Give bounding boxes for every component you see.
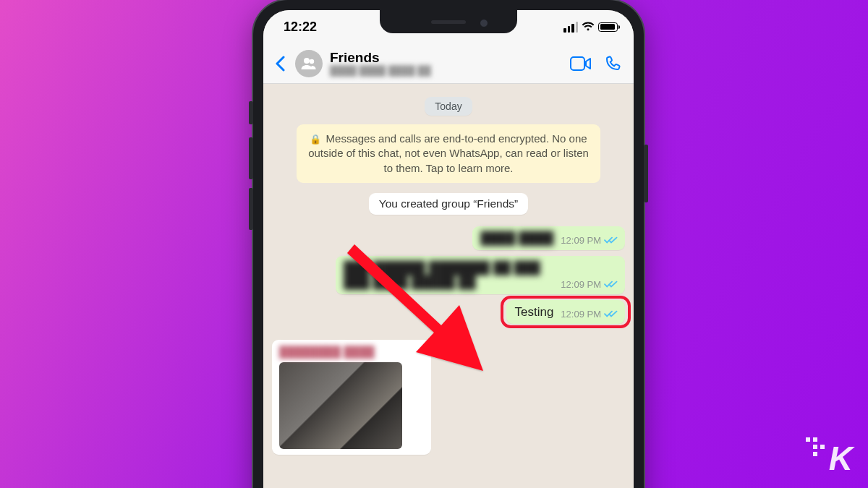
video-call-button[interactable] bbox=[569, 51, 593, 76]
svg-point-1 bbox=[310, 59, 314, 63]
message-bubble-highlighted[interactable]: Testing 12:09 PM bbox=[506, 300, 625, 324]
mute-switch bbox=[249, 101, 253, 124]
battery-icon bbox=[598, 22, 618, 32]
power-button bbox=[644, 145, 648, 202]
svg-rect-2 bbox=[571, 57, 584, 70]
read-receipt-icon bbox=[604, 236, 618, 244]
message-time: 12:09 PM bbox=[561, 309, 601, 320]
wifi-icon bbox=[582, 20, 595, 33]
volume-up-button bbox=[249, 137, 253, 179]
volume-down-button bbox=[249, 188, 253, 230]
chat-name: Friends bbox=[330, 50, 561, 66]
lock-icon: 🔒 bbox=[310, 134, 321, 145]
chat-title-block[interactable]: Friends ████ ████ ████ ██ bbox=[330, 50, 561, 77]
group-avatar-icon[interactable] bbox=[295, 50, 323, 77]
chat-subtitle: ████ ████ ████ ██ bbox=[330, 66, 561, 77]
message-time: 12:09 PM bbox=[561, 235, 601, 246]
annotation-arrow-icon bbox=[326, 239, 506, 398]
encryption-text: Messages and calls are end-to-end encryp… bbox=[308, 132, 589, 174]
date-label: Today bbox=[425, 97, 472, 116]
phone-notch bbox=[380, 10, 517, 33]
back-button[interactable] bbox=[272, 53, 288, 74]
status-time: 12:22 bbox=[284, 20, 317, 35]
status-indicators bbox=[563, 20, 618, 33]
message-text: Testing bbox=[514, 305, 553, 320]
encryption-notice[interactable]: 🔒 Messages and calls are end-to-end encr… bbox=[297, 124, 600, 183]
read-receipt-icon bbox=[604, 309, 618, 318]
system-message: You created group “Friends” bbox=[369, 193, 528, 215]
brand-watermark: K bbox=[829, 439, 852, 478]
voice-call-button[interactable] bbox=[600, 51, 625, 76]
message-time: 12:09 PM bbox=[561, 279, 601, 290]
read-receipt-icon bbox=[604, 280, 618, 288]
cellular-signal-icon bbox=[563, 22, 578, 33]
chat-header: Friends ████ ████ ████ ██ bbox=[263, 43, 634, 84]
svg-point-0 bbox=[304, 58, 310, 64]
